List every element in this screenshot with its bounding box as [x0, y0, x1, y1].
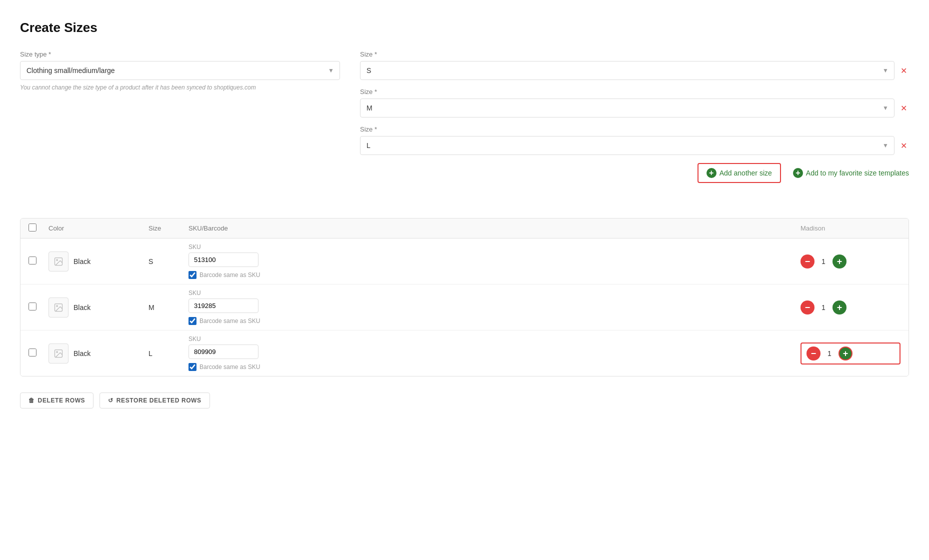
table-header: Color Size SKU/Barcode Madison — [20, 218, 908, 238]
row-0-barcode-label: Barcode same as SKU — [200, 272, 260, 278]
row-2-sku-section: SKU Barcode same as SKU — [188, 336, 800, 371]
table-row-2: Black L SKU Barcode same as SKU − 1 — [20, 330, 908, 376]
size-select-2[interactable]: S M L — [360, 136, 894, 155]
svg-point-1 — [56, 259, 58, 260]
size-type-hint: You cannot change the size type of a pro… — [20, 84, 340, 91]
actions-row: + Add another size + Add to my favorite … — [360, 163, 909, 183]
restore-rows-label: RESTORE DELETED ROWS — [116, 397, 202, 404]
size-type-select[interactable]: Clothing small/medium/large — [20, 61, 340, 80]
row-0-qty-plus-button[interactable]: + — [832, 254, 846, 268]
left-panel: Size type * Clothing small/medium/large … — [20, 50, 340, 203]
restore-icon: ↺ — [108, 397, 114, 404]
add-favorite-plus-icon: + — [793, 168, 803, 178]
page-title: Create Sizes — [20, 20, 909, 36]
size-row-0: S M L ▼ ✕ — [360, 61, 909, 80]
form-section: Size type * Clothing small/medium/large … — [20, 50, 909, 203]
row-1-qty-plus-button[interactable]: + — [832, 300, 846, 314]
row-0-madison-col: − 1 + — [800, 254, 900, 268]
row-0-color-label: Black — [74, 258, 90, 266]
row-1-size-value: M — [148, 304, 154, 312]
row-1-barcode-checkbox[interactable] — [188, 317, 196, 325]
page-container: Create Sizes Size type * Clothing small/… — [0, 0, 929, 560]
row-2-qty-value: 1 — [824, 350, 834, 358]
trash-icon: 🗑 — [28, 397, 35, 404]
remove-size-button-2[interactable]: ✕ — [898, 139, 909, 152]
add-another-size-button[interactable]: + Add another size — [698, 163, 781, 183]
header-color-col: Color — [48, 224, 148, 232]
size-type-label: Size type * — [20, 50, 340, 58]
table-row-1: Black M SKU Barcode same as SKU − 1 — [20, 284, 908, 330]
header-sku-col: SKU/Barcode — [188, 224, 800, 232]
row-2-barcode-row: Barcode same as SKU — [188, 363, 800, 371]
size-label-0: Size * — [360, 50, 909, 58]
add-favorite-label: Add to my favorite size templates — [806, 169, 909, 177]
row-0-sku-section: SKU Barcode same as SKU — [188, 244, 800, 279]
row-0-image — [48, 252, 68, 272]
select-all-checkbox[interactable] — [28, 224, 36, 232]
table-footer: 🗑 DELETE ROWS ↺ RESTORE DELETED ROWS — [20, 386, 909, 414]
row-2-quantity-control: − 1 + — [800, 342, 900, 364]
row-0-sku-label: SKU — [188, 244, 800, 250]
row-1-sku-section: SKU Barcode same as SKU — [188, 290, 800, 325]
size-select-wrapper-0: S M L ▼ — [360, 61, 894, 80]
row-1-color-label: Black — [74, 304, 90, 312]
row-1-check-col — [28, 302, 48, 312]
add-favorite-button[interactable]: + Add to my favorite size templates — [793, 168, 909, 178]
header-madison-label: Madison — [800, 224, 825, 232]
row-1-quantity-control: − 1 + — [800, 300, 900, 314]
row-0-check-col — [28, 256, 48, 266]
row-0-barcode-checkbox[interactable] — [188, 271, 196, 279]
header-size-col: Size — [148, 224, 188, 232]
remove-size-button-0[interactable]: ✕ — [898, 64, 909, 78]
size-row-2: S M L ▼ ✕ — [360, 136, 909, 155]
row-2-image — [48, 344, 68, 364]
row-2-color-col: Black — [48, 344, 148, 364]
row-0-qty-minus-button[interactable]: − — [800, 254, 814, 268]
size-row-1: S M L ▼ ✕ — [360, 98, 909, 118]
size-label-1: Size * — [360, 88, 909, 96]
remove-size-button-1[interactable]: ✕ — [898, 102, 909, 115]
add-another-size-label: Add another size — [720, 169, 772, 177]
restore-rows-button[interactable]: ↺ RESTORE DELETED ROWS — [100, 392, 210, 408]
right-panel: Size * S M L ▼ ✕ Size * — [360, 50, 909, 203]
row-1-size-col: M — [148, 304, 188, 312]
row-1-madison-col: − 1 + — [800, 300, 900, 314]
row-1-qty-minus-button[interactable]: − — [800, 300, 814, 314]
header-color-label: Color — [48, 224, 64, 232]
row-2-qty-plus-button[interactable]: + — [838, 346, 852, 360]
row-1-color-col: Black — [48, 298, 148, 318]
row-1-checkbox[interactable] — [28, 302, 36, 310]
row-0-qty-value: 1 — [818, 258, 828, 266]
row-0-color-col: Black — [48, 252, 148, 272]
row-2-size-col: L — [148, 350, 188, 358]
size-select-1[interactable]: S M L — [360, 98, 894, 118]
row-2-color-label: Black — [74, 350, 90, 358]
add-size-plus-icon: + — [706, 168, 716, 178]
row-0-barcode-row: Barcode same as SKU — [188, 271, 800, 279]
row-2-sku-input[interactable] — [188, 344, 258, 359]
size-label-2: Size * — [360, 126, 909, 133]
row-1-sku-label: SKU — [188, 290, 800, 296]
row-1-qty-value: 1 — [818, 304, 828, 312]
size-select-0[interactable]: S M L — [360, 61, 894, 80]
row-2-barcode-checkbox[interactable] — [188, 363, 196, 371]
delete-rows-button[interactable]: 🗑 DELETE ROWS — [20, 392, 94, 408]
row-2-qty-minus-button[interactable]: − — [806, 346, 820, 360]
row-0-size-value: S — [148, 258, 153, 266]
size-select-wrapper-1: S M L ▼ — [360, 98, 894, 118]
svg-point-5 — [56, 351, 58, 352]
row-2-barcode-label: Barcode same as SKU — [200, 364, 260, 370]
row-0-sku-col: SKU Barcode same as SKU — [188, 244, 800, 279]
header-check-col — [28, 224, 48, 233]
row-0-checkbox[interactable] — [28, 256, 36, 264]
row-1-image — [48, 298, 68, 318]
header-size-label: Size — [148, 224, 161, 232]
table-row-0: Black S SKU Barcode same as SKU − 1 — [20, 238, 908, 284]
row-0-sku-input[interactable] — [188, 252, 258, 267]
size-select-wrapper-2: S M L ▼ — [360, 136, 894, 155]
row-2-checkbox[interactable] — [28, 348, 36, 356]
row-1-sku-input[interactable] — [188, 298, 258, 313]
row-2-sku-col: SKU Barcode same as SKU — [188, 336, 800, 371]
header-madison-col: Madison — [800, 224, 900, 232]
size-type-select-wrapper: Clothing small/medium/large ▼ — [20, 61, 340, 80]
